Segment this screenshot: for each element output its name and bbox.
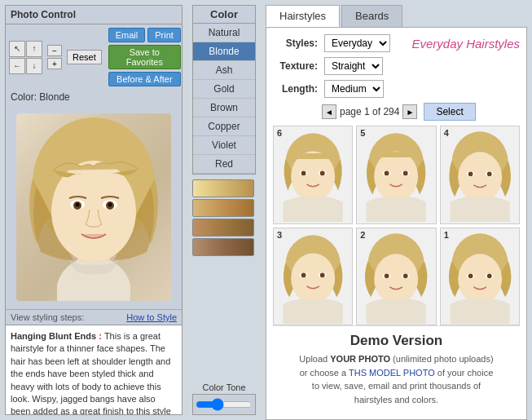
svg-point-29 <box>486 171 491 176</box>
color-value: Blonde <box>39 91 69 103</box>
texture-label: Texture: <box>273 60 318 72</box>
swatch-4[interactable] <box>192 238 254 256</box>
tab-beards[interactable]: Beards <box>341 5 402 27</box>
color-brown[interactable]: Brown <box>193 99 255 117</box>
color-red[interactable]: Red <box>193 155 255 174</box>
how-to-style-link[interactable]: How to Style <box>126 312 177 322</box>
color-swatches <box>192 179 256 256</box>
reset-button[interactable]: Reset <box>67 50 102 64</box>
everyday-title: Everyday Hairstyles <box>411 37 520 51</box>
length-label: Length: <box>273 83 318 95</box>
color-violet[interactable]: Violet <box>193 136 255 155</box>
page-info: page 1 of 294 <box>340 106 399 117</box>
svg-point-35 <box>301 272 306 277</box>
before-after-button[interactable]: Before & After <box>108 72 181 86</box>
svg-point-14 <box>301 170 306 175</box>
demo-title: Demo Version <box>279 333 513 349</box>
svg-point-32 <box>291 253 335 303</box>
hairstyle-item-2[interactable]: 2 <box>356 228 436 326</box>
color-natural[interactable]: Natural <box>193 24 255 42</box>
svg-point-8 <box>108 202 112 206</box>
svg-point-7 <box>76 202 80 206</box>
hairstyle-grid: 6 <box>273 126 520 325</box>
description-body: This is a great hairstyle for a thinner … <box>11 331 171 415</box>
hairstyle-item-1[interactable]: 1 <box>440 228 520 326</box>
svg-point-39 <box>375 254 419 304</box>
svg-point-21 <box>385 170 389 175</box>
color-ash[interactable]: Ash <box>193 61 255 80</box>
description-area: Hanging Blunt Ends : This is a great hai… <box>5 325 182 415</box>
color-tone-slider-area <box>192 394 256 415</box>
color-copper[interactable]: Copper <box>193 117 255 136</box>
styling-steps-label: View styling steps: <box>11 312 84 322</box>
svg-point-50 <box>486 273 491 278</box>
length-dropdown[interactable]: Medium Short Long <box>324 80 384 98</box>
svg-point-36 <box>320 272 325 277</box>
color-panel-header: Color <box>192 5 256 23</box>
hairstyle-item-3[interactable]: 3 <box>273 228 353 326</box>
demo-text: Upload YOUR PHOTO (unlimited photo uploa… <box>279 352 513 406</box>
photo-control-header: Photo Control <box>5 5 182 24</box>
color-tone-slider[interactable] <box>196 398 253 411</box>
svg-point-49 <box>468 273 473 278</box>
description-title: Hanging Blunt Ends <box>11 331 96 341</box>
zoom-in-button[interactable]: + <box>47 58 62 69</box>
svg-point-18 <box>375 151 419 201</box>
swatch-3[interactable] <box>192 219 254 237</box>
styles-dropdown[interactable]: Everyday Formal Casual <box>324 34 390 52</box>
svg-point-22 <box>403 170 408 175</box>
svg-point-28 <box>468 171 473 176</box>
nav-left[interactable]: ← <box>9 58 25 74</box>
swatch-1[interactable] <box>192 179 254 197</box>
photo-display <box>6 104 182 309</box>
tab-hairstyles[interactable]: Hairstyles <box>266 5 340 27</box>
color-label-text: Color: <box>11 91 37 103</box>
hairstyle-item-5[interactable]: 5 <box>356 126 436 224</box>
svg-point-15 <box>320 170 325 175</box>
nav-down[interactable]: ↓ <box>26 58 42 74</box>
nav-up[interactable]: ↑ <box>26 41 42 57</box>
texture-dropdown[interactable]: Straight Wavy Curly <box>324 57 383 75</box>
svg-point-46 <box>458 254 502 304</box>
color-blonde[interactable]: Blonde <box>193 42 255 61</box>
styles-label: Styles: <box>273 38 318 49</box>
save-to-favorites-button[interactable]: Save to Favorites <box>108 45 181 69</box>
svg-point-42 <box>385 273 389 278</box>
color-options-list: Natural Blonde Ash Gold Brown Copper Vio… <box>192 23 256 175</box>
print-button[interactable]: Print <box>147 28 181 42</box>
color-tone-label: Color Tone <box>192 379 256 394</box>
zoom-out-button[interactable]: − <box>47 45 62 56</box>
svg-point-43 <box>403 273 408 278</box>
tabs-bar: Hairstyles Beards <box>266 5 527 27</box>
svg-point-25 <box>458 152 502 202</box>
email-button[interactable]: Email <box>108 28 146 42</box>
swatch-2[interactable] <box>192 199 254 217</box>
hairstyle-item-6[interactable]: 6 <box>273 126 353 224</box>
color-gold[interactable]: Gold <box>193 80 255 99</box>
nav-up-left[interactable]: ↖ <box>9 41 25 57</box>
hairstyle-item-4[interactable]: 4 <box>440 126 520 224</box>
nav-arrows: ↖ ↑ ← ↓ <box>9 41 42 74</box>
prev-page-button[interactable]: ◄ <box>322 104 336 119</box>
select-button[interactable]: Select <box>424 103 475 121</box>
demo-area: Demo Version Upload YOUR PHOTO (unlimite… <box>273 325 520 413</box>
color-display: Color: Blonde <box>6 90 182 104</box>
next-page-button[interactable]: ► <box>402 104 417 119</box>
